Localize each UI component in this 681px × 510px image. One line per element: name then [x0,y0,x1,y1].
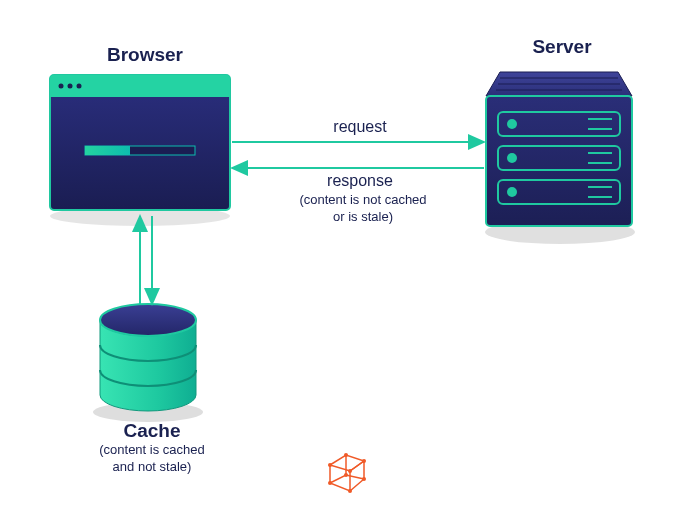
cache-title: Cache [112,420,192,442]
svg-rect-2 [50,75,230,97]
svg-rect-14 [498,112,620,136]
diagram-canvas [0,0,681,510]
svg-point-18 [507,153,517,163]
svg-point-27 [100,304,196,336]
svg-point-9 [485,220,635,244]
svg-point-31 [348,469,352,473]
server-title: Server [522,36,602,58]
svg-point-19 [507,187,517,197]
cache-subtitle: (content is cached and not stale) [82,442,222,476]
svg-point-30 [362,459,366,463]
logo-icon [328,453,366,493]
svg-point-32 [328,481,332,485]
response-label: response [300,172,420,190]
svg-point-4 [59,84,64,89]
svg-rect-13 [486,96,632,226]
svg-point-35 [344,473,348,477]
svg-rect-16 [498,180,620,204]
svg-point-28 [328,463,332,467]
svg-rect-3 [50,90,230,97]
svg-point-0 [50,206,230,226]
svg-rect-1 [50,75,230,210]
server-illustration [485,72,635,244]
svg-rect-15 [498,146,620,170]
svg-point-5 [68,84,73,89]
response-note: (content is not cached or is stale) [278,192,448,226]
browser-title: Browser [100,44,190,66]
request-label: request [300,118,420,136]
browser-illustration [50,75,230,226]
svg-point-34 [362,477,366,481]
svg-point-6 [77,84,82,89]
svg-point-17 [507,119,517,129]
svg-point-33 [348,489,352,493]
svg-rect-7 [85,146,195,155]
svg-point-26 [93,402,203,422]
svg-point-29 [344,453,348,457]
svg-rect-8 [85,146,130,155]
cache-illustration [93,304,203,422]
